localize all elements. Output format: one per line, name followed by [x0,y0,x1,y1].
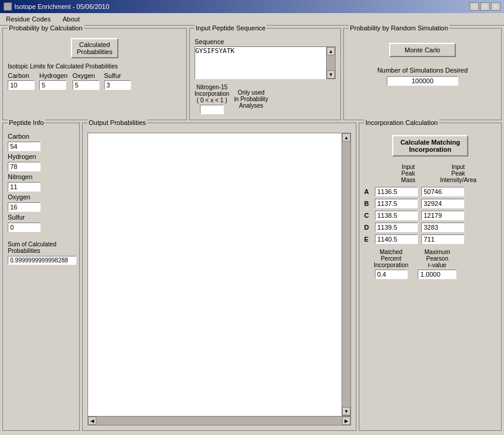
close-button[interactable]: × [491,2,500,11]
oxygen-input[interactable] [73,80,99,90]
nitrogen-label: Nitrogen-15 Incorporation ( 0 < x < 1 ) [195,84,229,104]
sulfur-input[interactable] [104,80,131,90]
max-pearson-label: Maximum Pearson r-value [424,249,450,268]
scroll-up[interactable]: ▲ [327,47,335,55]
incorp-row-e: E [364,234,496,244]
output-prob-title: Output Probabilities [87,119,147,126]
incorp-letter-e: E [364,236,371,243]
prob-calc-group: Probability by Calculation Calculated Pr… [2,28,187,120]
oxygen-label: Oxygen [73,72,99,79]
scroll-track [327,55,335,70]
hydrogen-input[interactable] [39,80,66,90]
intensity-input-c[interactable] [421,211,464,220]
monte-carlo-button[interactable]: Monte Carlo [389,43,456,57]
prob-calc-title: Probability by Calculation [8,24,84,32]
prob-random-group: Probability by Random Simulation Monte C… [343,28,502,120]
incorp-calc-title: Incorporation Calculation [364,119,439,126]
input-peak-mass-header: Input Peak Mass [384,164,432,183]
input-peak-intensity-header: Input Peak Intensity/Area [434,164,482,183]
incorp-row-c: C [364,211,496,220]
incorp-row-d: D [364,223,496,232]
mass-input-e[interactable] [375,234,418,244]
mass-input-d[interactable] [375,223,418,232]
pi-nitrogen-label: Nitrogen [8,173,74,180]
incorp-row-b: B [364,199,496,208]
title-bar-buttons: − □ × [469,2,500,11]
menu-bar: Residue Codes About [0,13,504,26]
sum-label: Sum of Calculated Probabilities [8,241,74,254]
mass-input-c[interactable] [375,211,418,220]
incorp-letter-a: A [364,188,371,195]
sum-input[interactable] [8,256,76,265]
pi-sulfur-label: Sulfur [8,214,74,221]
only-used-label: Only used in Probability Analyses [234,89,268,109]
app-icon [4,2,12,11]
max-pearson-input[interactable] [418,270,456,279]
pi-oxygen-label: Oxygen [8,193,74,201]
input-peptide-title: Input Peptide Sequence [195,24,267,32]
pi-hydrogen-input[interactable] [8,162,40,171]
carbon-label: Carbon [8,72,35,79]
intensity-input-d[interactable] [421,223,464,232]
output-prob-group: Output Probabilities ▲ ▼ ◀ ▶ [82,123,356,431]
sequence-scrollbar[interactable]: ▲ ▼ [326,46,336,79]
output-scroll-track-v [342,142,350,407]
sulfur-label: Sulfur [104,72,131,79]
incorp-letter-b: B [364,200,371,207]
pi-oxygen-input[interactable] [8,202,40,212]
simulations-input[interactable] [387,76,458,86]
pi-carbon-input[interactable] [8,142,40,151]
incorp-calc-group: Incorporation Calculation Calculate Matc… [359,123,502,431]
window-title: Isotope Enrichment - 05/06/2010 [14,3,109,10]
calculated-probabilities-button[interactable]: Calculated Probabilities [71,38,118,58]
intensity-input-b[interactable] [421,199,464,208]
hydrogen-label: Hydrogen [39,72,68,79]
mass-input-b[interactable] [375,199,418,208]
menu-residue-codes[interactable]: Residue Codes [2,14,54,24]
output-prob-textarea[interactable] [87,133,342,416]
isotopic-limits-label: Isotopic Limits for Calculated Probabili… [8,63,181,70]
carbon-input[interactable] [8,80,35,90]
sequence-label: Sequence [195,38,336,45]
incorp-letter-d: D [364,224,371,231]
scroll-down[interactable]: ▼ [327,70,335,79]
matched-label: Matched Percent Incorporation [374,249,408,268]
pi-hydrogen-label: Hydrogen [8,153,74,160]
intensity-input-a[interactable] [421,187,464,196]
mass-input-a[interactable] [375,187,418,196]
matched-input[interactable] [375,270,408,279]
incorp-letter-c: C [364,212,371,219]
title-bar: Isotope Enrichment - 05/06/2010 − □ × [0,0,504,13]
input-peptide-group: Input Peptide Sequence Sequence ▲ ▼ Nitr… [189,28,341,120]
calculate-matching-button[interactable]: Calculate Matching Incorporation [392,135,468,157]
incorp-rows-container: A B C D E [364,187,496,244]
nitrogen-input[interactable] [200,105,224,114]
pi-carbon-label: Carbon [8,133,74,140]
output-scroll-up[interactable]: ▲ [342,133,350,142]
output-scroll-down[interactable]: ▼ [342,407,350,415]
minimize-button[interactable]: − [469,2,479,11]
sequence-textarea[interactable] [195,46,326,79]
pi-sulfur-input[interactable] [8,223,40,232]
simulations-label: Number of Simulations Desired [349,67,496,74]
output-scroll-track-h [96,417,342,425]
peptide-info-title: Peptide Info [8,119,45,126]
peptide-info-group: Peptide Info Carbon Hydrogen Nitrogen Ox… [2,123,80,431]
incorp-row-a: A [364,187,496,196]
maximize-button[interactable]: □ [480,2,490,11]
output-scroll-right[interactable]: ▶ [342,417,350,425]
output-scrollbar-h[interactable]: ◀ ▶ [87,416,351,425]
intensity-input-e[interactable] [421,234,464,244]
menu-about[interactable]: About [59,14,83,24]
prob-random-title: Probability by Random Simulation [349,24,449,32]
output-scroll-left[interactable]: ◀ [88,417,96,425]
pi-nitrogen-input[interactable] [8,182,40,192]
output-scrollbar-v[interactable]: ▲ ▼ [342,133,351,416]
